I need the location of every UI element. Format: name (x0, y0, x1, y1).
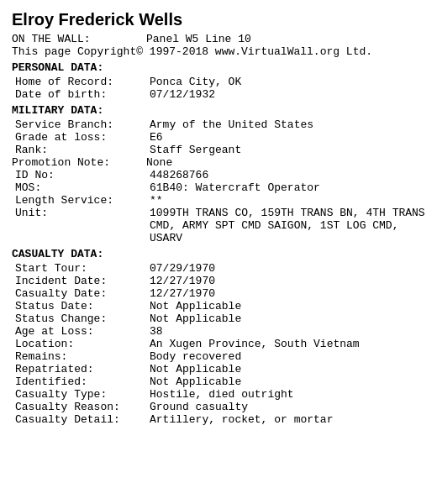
length-service-label: Length Service: (15, 194, 150, 207)
mos-label: MOS: (15, 181, 150, 194)
repatriated-value: Not Applicable (150, 363, 425, 375)
dob-value: 07/12/1932 (150, 88, 425, 101)
casualty-detail-value: Artillery, rocket, or mortar (150, 413, 425, 426)
identified-label: Identified: (15, 375, 150, 388)
service-branch-row: Service Branch: Army of the United State… (12, 118, 425, 131)
status-change-label: Status Change: (15, 312, 150, 325)
casualty-type-label: Casualty Type: (15, 388, 150, 401)
location-row: Location: An Xugen Province, South Vietn… (12, 338, 425, 350)
military-data-header: MILITARY DATA: (12, 104, 425, 117)
location-label: Location: (15, 338, 150, 350)
incident-date-row: Incident Date: 12/27/1970 (12, 275, 425, 287)
service-branch-value: Army of the United States (150, 118, 425, 131)
status-change-value: Not Applicable (150, 312, 425, 325)
home-of-record-label: Home of Record: (15, 76, 150, 88)
length-service-row: Length Service: ** (12, 194, 425, 207)
unit-value: 1099TH TRANS CO, 159TH TRANS BN, 4TH TRA… (150, 207, 425, 244)
length-service-value: ** (150, 194, 425, 207)
age-at-loss-value: 38 (150, 325, 425, 338)
status-change-row: Status Change: Not Applicable (12, 312, 425, 325)
copyright: This page Copyright© 1997-2018 www.Virtu… (12, 45, 425, 58)
wall-label: ON THE WALL: (12, 33, 146, 45)
repatriated-label: Repatriated: (15, 363, 150, 375)
casualty-reason-row: Casualty Reason: Ground casualty (12, 401, 425, 413)
identified-value: Not Applicable (150, 375, 425, 388)
dob-label: Date of birth: (15, 88, 150, 101)
grade-at-loss-label: Grade at loss: (15, 131, 150, 144)
status-date-label: Status Date: (15, 300, 150, 312)
identified-row: Identified: Not Applicable (12, 375, 425, 388)
incident-date-label: Incident Date: (15, 275, 150, 287)
remains-row: Remains: Body recovered (12, 350, 425, 363)
casualty-type-row: Casualty Type: Hostile, died outright (12, 388, 425, 401)
unit-label: Unit: (15, 207, 150, 244)
casualty-data-header: CASUALTY DATA: (12, 248, 425, 260)
home-of-record-value: Ponca City, OK (150, 76, 425, 88)
start-tour-row: Start Tour: 07/29/1970 (12, 262, 425, 275)
casualty-type-value: Hostile, died outright (150, 388, 425, 401)
location-value: An Xugen Province, South Vietnam (150, 338, 425, 350)
wall-value: Panel W5 Line 10 (146, 33, 425, 45)
unit-row: Unit: 1099TH TRANS CO, 159TH TRANS BN, 4… (12, 207, 425, 244)
wall-line: ON THE WALL: Panel W5 Line 10 (12, 33, 425, 45)
home-of-record-row: Home of Record: Ponca City, OK (12, 76, 425, 88)
promotion-note-value: None (146, 156, 425, 169)
status-date-value: Not Applicable (150, 300, 425, 312)
repatriated-row: Repatriated: Not Applicable (12, 363, 425, 375)
remains-value: Body recovered (150, 350, 425, 363)
age-at-loss-label: Age at Loss: (15, 325, 150, 338)
casualty-detail-label: Casualty Detail: (15, 413, 150, 426)
casualty-detail-row: Casualty Detail: Artillery, rocket, or m… (12, 413, 425, 426)
casualty-reason-label: Casualty Reason: (15, 401, 150, 413)
casualty-date-label: Casualty Date: (15, 287, 150, 300)
status-date-row: Status Date: Not Applicable (12, 300, 425, 312)
rank-value: Staff Sergeant (150, 144, 425, 156)
grade-at-loss-row: Grade at loss: E6 (12, 131, 425, 144)
age-at-loss-row: Age at Loss: 38 (12, 325, 425, 338)
dob-row: Date of birth: 07/12/1932 (12, 88, 425, 101)
casualty-date-value: 12/27/1970 (150, 287, 425, 300)
mos-value: 61B40: Watercraft Operator (150, 181, 425, 194)
rank-row: Rank: Staff Sergeant (12, 144, 425, 156)
start-tour-value: 07/29/1970 (150, 262, 425, 275)
promotion-note-row: Promotion Note: None (12, 156, 425, 169)
remains-label: Remains: (15, 350, 150, 363)
service-branch-label: Service Branch: (15, 118, 150, 131)
person-name: Elroy Frederick Wells (12, 10, 425, 29)
rank-label: Rank: (15, 144, 150, 156)
personal-data-header: PERSONAL DATA: (12, 61, 425, 74)
start-tour-label: Start Tour: (15, 262, 150, 275)
incident-date-value: 12/27/1970 (150, 275, 425, 287)
id-no-row: ID No: 448268766 (12, 169, 425, 181)
mos-row: MOS: 61B40: Watercraft Operator (12, 181, 425, 194)
casualty-reason-value: Ground casualty (150, 401, 425, 413)
grade-at-loss-value: E6 (150, 131, 425, 144)
id-no-value: 448268766 (150, 169, 425, 181)
casualty-date-row: Casualty Date: 12/27/1970 (12, 287, 425, 300)
id-no-label: ID No: (15, 169, 150, 181)
promotion-note-label: Promotion Note: (12, 156, 146, 169)
